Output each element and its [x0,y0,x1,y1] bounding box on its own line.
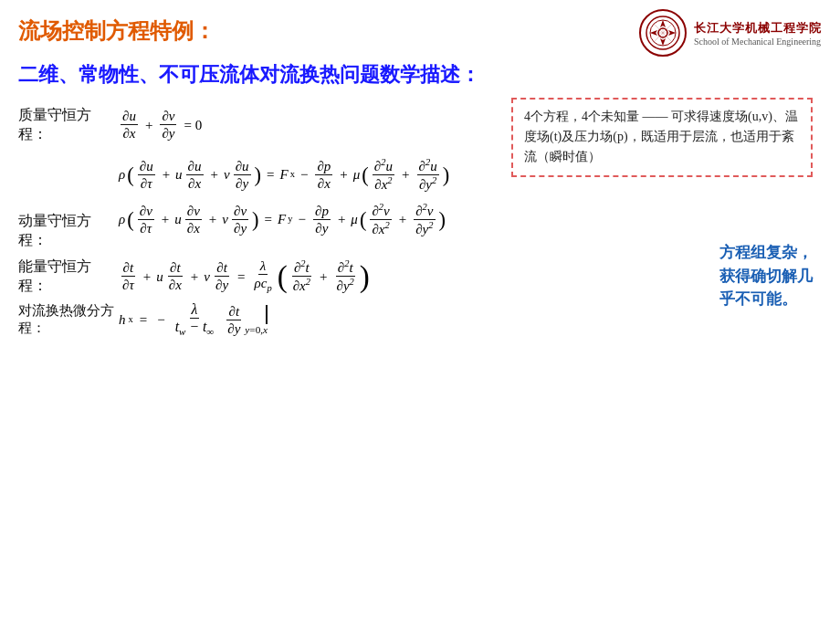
mass-label: 质量守恒方程： [18,106,119,144]
frac-du-dx: ∂u ∂x [121,108,138,142]
logo-icon [645,15,681,51]
energy-formula: ∂t ∂τ + u ∂t ∂x + v ∂t ∂y = λ ρcp [119,257,822,295]
comment-line3: 乎不可能。 [719,288,813,311]
comment-line2: 获得确切解几 [719,265,813,289]
info-box: 4个方程，4个未知量 —— 可求得速度场(u,v)、温度场(t)及压力场(p)，… [511,98,813,177]
momentum-x: ρ( ∂u ∂τ + u ∂u ∂x + v ∂u ∂y [119,157,449,193]
frac-dv-dy: ∂v ∂y [160,108,176,142]
info-box-text: 4个方程，4个未知量 —— 可求得速度场(u,v)、温度场(t)及压力场(p)，… [524,110,798,164]
logo-area: 长江大学机械工程学院 School of Mechanical Engineer… [639,9,822,57]
header: 流场控制方程特例： [18,9,822,57]
momentum-eqs: ρ( ∂u ∂τ + u ∂u ∂x + v ∂u ∂y [119,157,449,237]
convection-formula: hx = − λ tw − t∞ ∂t ∂y y=0,x [119,301,822,339]
convection-label: 对流换热微分方程： [18,302,119,337]
title-text: 流场控制方程特例： [18,16,215,46]
main-title: 流场控制方程特例： [18,9,215,46]
logo-circle [639,9,687,57]
slide: 流场控制方程特例： [0,0,840,630]
main-content: 4个方程，4个未知量 —— 可求得速度场(u,v)、温度场(t)及压力场(p)，… [18,98,822,339]
logo-text: 长江大学机械工程学院 School of Mechanical Engineer… [694,20,822,47]
convection-row: 对流换热微分方程： hx = − λ tw − t∞ ∂t ∂y [18,301,822,339]
energy-row: 能量守恒方程： ∂t ∂τ + u ∂t ∂x + v ∂t ∂y [18,257,822,296]
momentum-label: 动量守恒方程： [18,157,119,250]
energy-label: 能量守恒方程： [18,257,119,296]
comment-line1: 方程组复杂， [719,241,813,265]
subtitle-text: 二维、常物性、不可压流体对流换热问题数学描述： [18,62,822,89]
momentum-y: ρ( ∂v ∂τ + u ∂v ∂x + v ∂v ∂y [119,202,449,237]
logo-en-text: School of Mechanical Engineering [694,37,822,47]
logo-cn-text: 长江大学机械工程学院 [694,20,822,37]
comment-box: 方程组复杂， 获得确切解几 乎不可能。 [719,241,813,311]
